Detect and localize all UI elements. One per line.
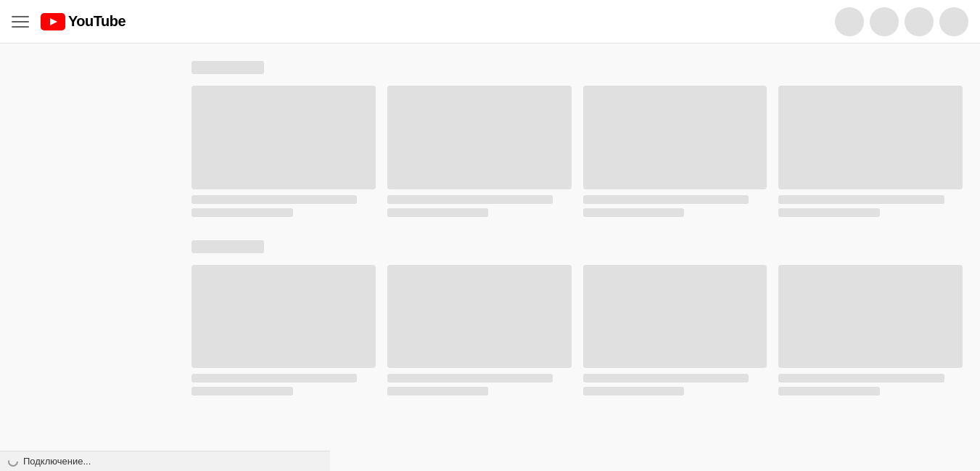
section-1 (192, 61, 963, 217)
video-meta-2 (387, 195, 572, 217)
video-meta-5 (192, 374, 376, 396)
status-bar: Подключение... (0, 451, 330, 471)
video-card-1[interactable] (192, 86, 376, 217)
video-channel-4 (778, 208, 880, 217)
video-meta-1 (192, 195, 376, 217)
video-grid-2 (192, 265, 963, 396)
video-title-4 (778, 195, 944, 204)
video-thumbnail-8 (778, 265, 963, 369)
video-channel-1 (192, 208, 293, 217)
status-text: Подключение... (23, 456, 91, 467)
video-meta-3 (583, 195, 767, 217)
video-card-3[interactable] (583, 86, 767, 217)
section-2 (192, 240, 963, 396)
video-thumbnail-5 (192, 265, 376, 369)
video-meta-4 (778, 195, 963, 217)
loading-icon (7, 456, 19, 467)
video-card-4[interactable] (778, 86, 963, 217)
video-card-8[interactable] (778, 265, 963, 396)
video-channel-5 (192, 387, 293, 396)
video-card-7[interactable] (583, 265, 767, 396)
video-title-3 (583, 195, 749, 204)
main-content (174, 44, 980, 471)
video-thumbnail-7 (583, 265, 767, 369)
header-left: YouTube (12, 13, 125, 30)
video-thumbnail-1 (192, 86, 376, 189)
video-channel-2 (387, 208, 489, 217)
video-meta-8 (778, 374, 963, 396)
section-2-title (192, 240, 264, 253)
svg-point-2 (9, 457, 17, 466)
video-channel-8 (778, 387, 880, 396)
header-icon-2[interactable] (870, 7, 899, 36)
section-1-title (192, 61, 264, 74)
video-thumbnail-6 (387, 265, 572, 369)
video-title-6 (387, 374, 553, 382)
header-right (835, 7, 968, 36)
header: YouTube (0, 0, 980, 44)
video-title-2 (387, 195, 553, 204)
video-card-6[interactable] (387, 265, 572, 396)
video-channel-6 (387, 387, 489, 396)
video-title-7 (583, 374, 749, 382)
hamburger-button[interactable] (12, 13, 29, 30)
video-thumbnail-3 (583, 86, 767, 189)
video-card-2[interactable] (387, 86, 572, 217)
header-icon-1[interactable] (835, 7, 864, 36)
video-title-8 (778, 374, 944, 382)
youtube-logo-icon (41, 13, 65, 30)
sidebar (0, 44, 174, 471)
video-meta-7 (583, 374, 767, 396)
video-thumbnail-4 (778, 86, 963, 189)
video-meta-6 (387, 374, 572, 396)
video-grid-1 (192, 86, 963, 217)
video-card-5[interactable] (192, 265, 376, 396)
video-thumbnail-2 (387, 86, 572, 189)
youtube-logo-text: YouTube (68, 13, 125, 30)
video-channel-3 (583, 208, 685, 217)
header-icon-3[interactable] (905, 7, 934, 36)
video-title-5 (192, 374, 357, 382)
header-icon-4[interactable] (939, 7, 968, 36)
video-title-1 (192, 195, 357, 204)
youtube-logo[interactable]: YouTube (41, 13, 125, 30)
video-channel-7 (583, 387, 685, 396)
